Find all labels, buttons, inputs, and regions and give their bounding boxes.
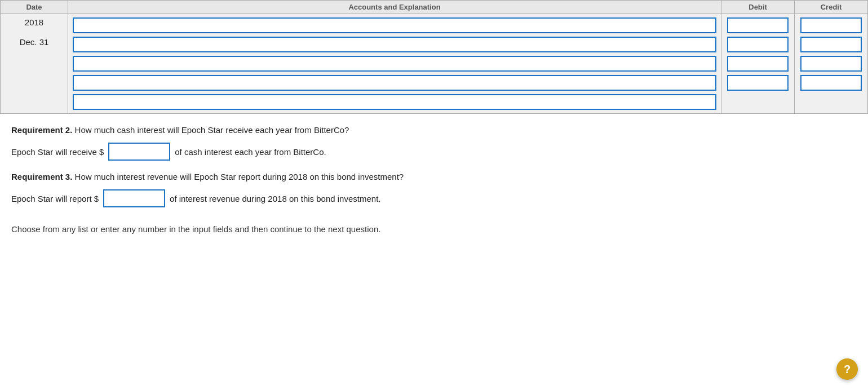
req3-suffix: of interest revenue during 2018 on this … (170, 194, 380, 203)
requirement-2-answer-row: Epoch Star will receive $ of cash intere… (11, 143, 857, 161)
header-accounts: Accounts and Explanation (68, 1, 721, 14)
year-label: 2018 (6, 17, 62, 27)
debit-input-4[interactable] (727, 75, 789, 91)
req2-amount-input[interactable] (108, 143, 170, 161)
help-button[interactable]: ? (836, 358, 858, 380)
requirement-2-title: Requirement 2. How much cash interest wi… (11, 124, 857, 136)
debit-input-2[interactable] (727, 37, 789, 52)
credit-input-1[interactable] (800, 17, 862, 33)
req3-amount-input[interactable] (103, 189, 165, 207)
credit-input-3[interactable] (800, 56, 862, 72)
debit-input-3[interactable] (727, 56, 789, 72)
debit-input-1[interactable] (727, 17, 789, 33)
account-input-1[interactable] (73, 17, 716, 33)
credit-input-2[interactable] (800, 37, 862, 52)
requirement-3-answer-row: Epoch Star will report $ of interest rev… (11, 189, 857, 207)
requirement-3-block: Requirement 3. How much interest revenue… (11, 171, 857, 207)
footer-note: Choose from any list or enter any number… (11, 224, 857, 234)
account-input-2[interactable] (73, 37, 716, 52)
requirement-2-bold: Requirement 2. (11, 125, 72, 135)
requirement-3-text: How much interest revenue will Epoch Sta… (72, 172, 404, 181)
date-label: Dec. 31 (6, 37, 62, 47)
journal-table: Date Accounts and Explanation Debit Cred… (0, 0, 868, 114)
account-input-3[interactable] (73, 56, 716, 72)
requirement-2-block: Requirement 2. How much cash interest wi… (11, 124, 857, 161)
req2-suffix: of cash interest each year from BitterCo… (175, 147, 326, 157)
account-input-5[interactable] (73, 94, 716, 110)
req2-prefix: Epoch Star will receive $ (11, 147, 104, 157)
header-date: Date (1, 1, 68, 14)
requirement-2-text: How much cash interest will Epoch Star r… (72, 125, 349, 135)
requirement-3-title: Requirement 3. How much interest revenue… (11, 171, 857, 183)
requirement-3-bold: Requirement 3. (11, 172, 72, 181)
page-wrapper: Date Accounts and Explanation Debit Cred… (0, 0, 868, 390)
req3-prefix: Epoch Star will report $ (11, 194, 99, 203)
date-cell: 2018 Dec. 31 (1, 14, 68, 114)
header-debit: Debit (721, 1, 795, 14)
header-credit: Credit (795, 1, 868, 14)
content-area: Requirement 2. How much cash interest wi… (0, 114, 868, 234)
credit-cell (795, 14, 868, 114)
credit-input-4[interactable] (800, 75, 862, 91)
debit-cell (721, 14, 795, 114)
account-input-4[interactable] (73, 75, 716, 91)
accounts-cell (68, 14, 721, 114)
